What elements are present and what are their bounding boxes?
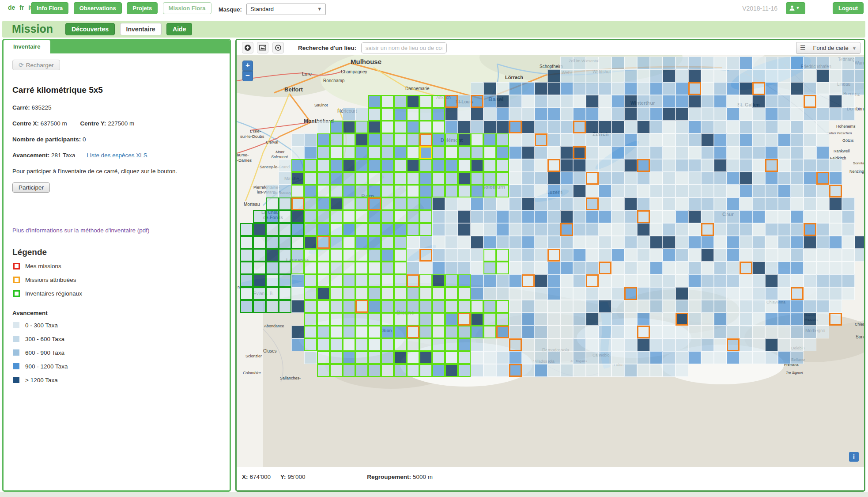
grid-cell[interactable] xyxy=(343,210,355,223)
grid-cell[interactable] xyxy=(458,223,471,236)
grid-cell[interactable] xyxy=(509,364,522,377)
grid-cell[interactable] xyxy=(599,121,611,133)
grid-cell[interactable] xyxy=(483,313,496,326)
grid-cell[interactable] xyxy=(368,146,381,159)
grid-cell[interactable] xyxy=(714,274,727,287)
grid-cell[interactable] xyxy=(714,172,727,185)
geolocate-button[interactable] xyxy=(272,42,284,53)
grid-cell[interactable] xyxy=(317,338,330,351)
grid-cell[interactable] xyxy=(419,300,432,313)
grid-cell[interactable] xyxy=(407,287,419,300)
grid-cell[interactable] xyxy=(791,236,804,249)
grid-cell[interactable] xyxy=(471,133,483,146)
grid-cell[interactable] xyxy=(522,287,535,300)
grid-cell[interactable] xyxy=(330,172,343,185)
grid-cell[interactable] xyxy=(637,313,650,326)
grid-cell[interactable] xyxy=(624,159,637,172)
grid-cell[interactable] xyxy=(752,108,765,121)
grid-cell[interactable] xyxy=(419,249,432,262)
grid-cell[interactable] xyxy=(355,313,368,326)
grid-cell[interactable] xyxy=(547,364,560,377)
grid-cell[interactable] xyxy=(752,159,765,172)
grid-cell[interactable] xyxy=(676,300,688,313)
grid-cell[interactable] xyxy=(291,197,304,210)
grid-cell[interactable] xyxy=(471,146,483,159)
grid-cell[interactable] xyxy=(663,236,676,249)
grid-cell[interactable] xyxy=(650,133,663,146)
grid-cell[interactable] xyxy=(560,236,573,249)
grid-cell[interactable] xyxy=(496,159,509,172)
grid-cell[interactable] xyxy=(765,133,778,146)
grid-cell[interactable] xyxy=(765,95,778,108)
grid-cell[interactable] xyxy=(829,300,842,313)
grid-cell[interactable] xyxy=(330,326,343,338)
grid-cell[interactable] xyxy=(279,300,291,313)
grid-cell[interactable] xyxy=(458,236,471,249)
grid-cell[interactable] xyxy=(765,159,778,172)
grid-cell[interactable] xyxy=(586,274,599,287)
grid-cell[interactable] xyxy=(611,236,624,249)
grid-cell[interactable] xyxy=(317,249,330,262)
grid-cell[interactable] xyxy=(714,236,727,249)
grid-cell[interactable] xyxy=(804,338,816,351)
grid-cell[interactable] xyxy=(842,95,855,108)
grid-cell[interactable] xyxy=(740,223,752,236)
grid-cell[interactable] xyxy=(496,287,509,300)
grid-cell[interactable] xyxy=(522,223,535,236)
grid-cell[interactable] xyxy=(637,223,650,236)
grid-cell[interactable] xyxy=(432,236,445,249)
grid-cell[interactable] xyxy=(560,210,573,223)
grid-cell[interactable] xyxy=(547,249,560,262)
grid-cell[interactable] xyxy=(688,172,701,185)
grid-cell[interactable] xyxy=(778,185,791,197)
grid-cell[interactable] xyxy=(573,210,586,223)
grid-cell[interactable] xyxy=(816,223,829,236)
grid-cell[interactable] xyxy=(624,236,637,249)
grid-cell[interactable] xyxy=(855,69,864,82)
grid-cell[interactable] xyxy=(381,236,394,249)
grid-cell[interactable] xyxy=(279,274,291,287)
grid-cell[interactable] xyxy=(483,351,496,364)
grid-cell[interactable] xyxy=(573,262,586,274)
grid-cell[interactable] xyxy=(740,236,752,249)
grid-cell[interactable] xyxy=(535,300,547,313)
reload-button[interactable]: ⟳Recharger xyxy=(12,60,60,70)
grid-cell[interactable] xyxy=(560,313,573,326)
grid-cell[interactable] xyxy=(740,210,752,223)
grid-cell[interactable] xyxy=(445,159,458,172)
tab-aide[interactable]: Aide xyxy=(166,23,192,35)
grid-cell[interactable] xyxy=(432,364,445,377)
grid-cell[interactable] xyxy=(483,274,496,287)
grid-cell[interactable] xyxy=(804,159,816,172)
grid-cell[interactable] xyxy=(650,300,663,313)
grid-cell[interactable] xyxy=(458,95,471,108)
grid-cell[interactable] xyxy=(394,159,407,172)
grid-cell[interactable] xyxy=(624,95,637,108)
grid-cell[interactable] xyxy=(650,121,663,133)
grid-cell[interactable] xyxy=(740,146,752,159)
grid-cell[interactable] xyxy=(650,262,663,274)
grid-cell[interactable] xyxy=(343,287,355,300)
grid-cell[interactable] xyxy=(663,197,676,210)
grid-cell[interactable] xyxy=(688,326,701,338)
grid-cell[interactable] xyxy=(304,338,317,351)
grid-cell[interactable] xyxy=(804,287,816,300)
grid-cell[interactable] xyxy=(637,338,650,351)
grid-cell[interactable] xyxy=(304,300,317,313)
grid-cell[interactable] xyxy=(432,287,445,300)
grid-cell[interactable] xyxy=(317,185,330,197)
grid-cell[interactable] xyxy=(381,95,394,108)
species-list-link[interactable]: Liste des espèces XLS xyxy=(87,152,147,159)
grid-cell[interactable] xyxy=(509,262,522,274)
grid-cell[interactable] xyxy=(419,274,432,287)
grid-cell[interactable] xyxy=(522,197,535,210)
grid-cell[interactable] xyxy=(804,69,816,82)
grid-cell[interactable] xyxy=(368,236,381,249)
grid-cell[interactable] xyxy=(381,274,394,287)
grid-cell[interactable] xyxy=(535,249,547,262)
grid-cell[interactable] xyxy=(611,274,624,287)
grid-cell[interactable] xyxy=(804,249,816,262)
grid-cell[interactable] xyxy=(317,210,330,223)
grid-cell[interactable] xyxy=(663,223,676,236)
grid-cell[interactable] xyxy=(407,223,419,236)
